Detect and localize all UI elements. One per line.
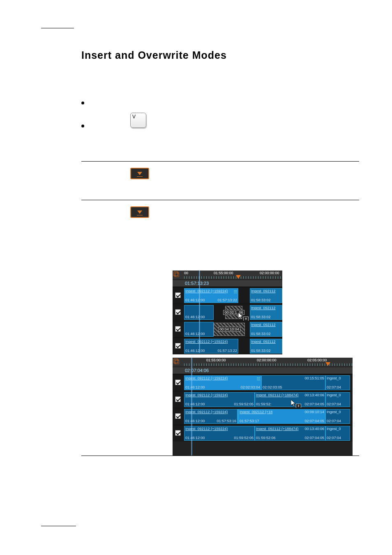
clip[interactable]: Ingest_092112 (+188474)00:13:40:0601:59:… [255,392,325,407]
clip-name: Ingest_092112 [251,323,281,327]
clip-out-tc: 01:59:52:05 [234,436,254,440]
timeline-track: Ingest_092112 (+159224)01:46:12:0001:57:… [173,408,353,425]
clip-grip-icon [234,290,237,293]
clip-in-tc: 01:58:33:02 [251,332,271,336]
clip-name: Ingest_092112 [251,289,281,293]
clip-duration: 00:09:10:14 [304,410,324,414]
triangle-down-icon [137,172,142,175]
timeline-track: 01:46:12:00Ingest_09211201:58:33:0200:04… [173,321,282,338]
ruler-label: 02:05:00:00 [307,358,327,362]
playhead [191,358,192,456]
clip-name: Ingest_092112 [251,306,281,310]
clip-name: Ingest_092112 (+159224) [185,427,254,431]
clip-out-tc: 01:57:13:22 [217,298,237,302]
clip-in-tc: 01:58:33:02 [251,315,271,319]
clip-in-tc: 02:02:03:05 [263,385,282,389]
ruler-label: 01:55:00:00 [206,358,226,362]
clip[interactable]: 01:46:12:00 [184,322,214,337]
ruler-label: 02:00:00:00 [257,358,277,362]
table-rule [81,200,359,200]
clip[interactable]: Ingest_092112 (+159224)01:46:12:0001:59:… [184,426,255,441]
timeline-track: Ingest_092112 (+159224)01:46:12:0001:59:… [173,425,353,442]
track-enable-checkbox[interactable] [175,379,181,385]
ruler-ticks [184,276,282,279]
clip-out-tc: 02:07:04:05 [304,419,324,423]
clip[interactable]: Ingest_002:07:04 [325,409,350,424]
ruler-label: 01:55:00:00 [214,271,233,275]
clip-in-tc: 01:46:12:00 [185,385,205,389]
timeline-track: Ingest_092112 (+159224)01:46:12:0001:57:… [173,287,282,304]
clip[interactable]: Ingest_09211201:58:33:02 [250,339,282,354]
clip-in-tc: 01:46:12:00 [185,315,205,319]
position-marker-icon [236,275,241,279]
track-enable-checkbox[interactable] [175,326,181,332]
timeline-track: Ingest_092112 (+159224)01:46:12:0002:02:… [173,374,353,391]
clip[interactable]: Ingest_092112 (+1800:09:10:1401:57:53:17… [238,409,325,424]
clip-duration: 00:13:40:06 [304,427,324,431]
timeline-figure-overwrite: 00 01:55:00:00 02:00:00:00 01:57:13:23 I… [173,271,282,353]
ruler-label: 02:00:00:00 [260,271,279,275]
section-heading: Insert and Overwrite Modes [81,49,227,61]
clip-name: Ingest_0 [327,376,349,380]
svg-rect-1 [175,273,179,277]
clip-out-tc: 01:57:13:22 [217,349,237,353]
timeline-track: Ingest_092112 (+159224)01:46:12:0001:57:… [173,338,282,354]
gap-duration: 00:04:10:04 [218,327,240,332]
clip-in-tc: 01:59:52: [256,402,272,406]
clip-out-tc: 02:02:03:04 [240,385,260,389]
clip-in-tc: 01:46:12:00 [185,332,205,336]
bullet [81,102,84,104]
clip[interactable]: Ingest_09211201:58:33:02 [250,322,282,337]
svg-rect-3 [174,359,178,363]
clip-out-tc: 02:07:04:05 [304,402,324,406]
table-rule [81,456,359,456]
clip-in-tc: 02:07:04 [327,419,341,423]
track-enable-checkbox[interactable] [175,292,181,298]
clip[interactable]: Ingest_092112 (+159224)01:46:12:0001:59:… [184,392,255,407]
clip-out-tc: 01:59:52:05 [234,402,254,406]
corner-icon [173,271,179,277]
clip-out-tc: 01:57:53:16 [217,419,236,423]
svg-rect-0 [174,272,178,276]
clip[interactable]: 01:46:12:00 [184,305,214,320]
track-enable-checkbox[interactable] [175,343,181,349]
time-ruler: 00 01:55:00:00 02:00:00:00 [173,271,282,280]
clip-in-tc: 02:07:04 [327,436,341,440]
clip-name: Ingest_092112 (+159224) [185,340,237,344]
track-enable-checkbox[interactable] [175,430,181,436]
clip[interactable]: Ingest_092112 (+159224)01:46:12:0001:57:… [184,288,238,303]
timeline-track: Ingest_092112 (+159224)01:46:12:0001:59:… [173,391,353,408]
clip[interactable]: Ingest_092112 (+159224)01:46:12:0001:57:… [184,339,238,354]
clip[interactable]: Ingest_092112 (+188474)00:13:40:0601:59:… [255,426,325,441]
clip[interactable]: Ingest_002:07:04 [325,426,350,441]
document-page: Insert and Overwrite Modes V 00 01:55:00… [0,0,392,555]
clip[interactable]: Ingest_002:07:04 [325,392,350,407]
track-enable-checkbox[interactable] [175,413,181,419]
time-ruler: 01:55:00:00 02:00:00:00 02:05:00:00 [173,358,353,367]
clip-name: Ingest_0 [327,393,349,397]
track-enable-checkbox[interactable] [175,309,181,315]
playhead [199,271,200,353]
clip-in-tc: 01:46:12:00 [185,419,205,423]
clip-name: Ingest_0 [327,427,349,431]
gap-duration: 00:02:1..06 [223,310,244,315]
keyboard-key-v: V [130,113,146,128]
ruler-label: 00 [184,271,188,275]
clip-in-tc: 01:46:12:00 [185,436,205,440]
clip-in-tc: 01:46:12:00 [185,349,205,353]
top-rule [41,28,74,28]
overwrite-mode-icon [130,168,149,179]
clip-grip-icon [257,377,260,380]
clip[interactable]: Ingest_09211201:58:33:02 [250,288,282,303]
baseline [137,176,143,177]
gap-clip[interactable]: 00:04:10:04 [214,323,245,336]
clip-name: Ingest_092112 (+159224) [185,376,260,380]
clip[interactable]: Ingest_092112 (+159224)01:46:12:0002:02:… [184,375,261,390]
clip[interactable]: Ingest_092112 (+159224)01:46:12:0001:57:… [184,409,238,424]
track-enable-checkbox[interactable] [175,396,181,402]
clip[interactable]: Ingest_002:07:04 [325,375,350,390]
clip-in-tc: 02:07:04 [327,402,341,406]
gap-clip[interactable]: 00:02:1..06 [225,306,242,319]
clip[interactable]: 00:15:51:0502:02:03:05 [261,375,325,390]
clip[interactable]: Ingest_09211201:58:33:02 [250,305,282,320]
